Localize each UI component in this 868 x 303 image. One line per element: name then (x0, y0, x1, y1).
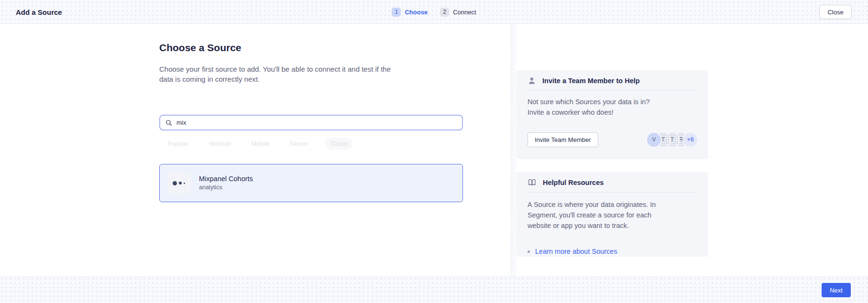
main-content: Choose a Source Choose your first source… (0, 24, 868, 276)
resource-link-list: Learn more about Sources (527, 248, 617, 255)
step-choose[interactable]: 1 Choose (392, 8, 428, 17)
top-bar: Add a Source 1 Choose 2 Connect Close (0, 0, 868, 24)
result-text: Mixpanel Cohorts analytics (199, 174, 253, 192)
step-label: Connect (453, 9, 476, 16)
next-button[interactable]: Next (822, 283, 851, 297)
mixpanel-logo (167, 172, 190, 195)
helpful-resources-card: Helpful Resources A Source is where your… (516, 172, 708, 257)
close-button[interactable]: Close (819, 5, 852, 19)
person-icon (527, 76, 536, 85)
search-icon (165, 119, 173, 127)
resources-card-title: Helpful Resources (543, 179, 604, 186)
tab-website[interactable]: Website (209, 140, 231, 147)
bullet-icon (527, 250, 530, 253)
resource-link-item: Learn more about Sources (527, 248, 617, 255)
invite-team-member-card: Invite a Team Member to Help Not sure wh… (516, 70, 708, 159)
invite-team-member-button[interactable]: Invite Team Member (527, 132, 598, 147)
tab-cloud[interactable]: Cloud (325, 138, 353, 150)
learn-more-sources-link[interactable]: Learn more about Sources (535, 248, 617, 255)
mixpanel-dot-large (173, 181, 177, 185)
tab-popular[interactable]: Popular (167, 140, 189, 147)
mixpanel-dot-medium (179, 182, 182, 184)
content-gutter (510, 24, 516, 276)
add-source-page: Add a Source 1 Choose 2 Connect Close Ch… (0, 0, 868, 303)
category-tabs: Popular Website Mobile Server Cloud (167, 138, 353, 150)
tab-mobile[interactable]: Mobile (252, 140, 270, 147)
stepper: 1 Choose 2 Connect (0, 0, 868, 24)
search-input[interactable] (176, 119, 457, 126)
invite-card-header: Invite a Team Member to Help (516, 70, 708, 90)
footer-bar: Next (0, 276, 868, 303)
invite-row: Invite Team Member V T T R +6 (527, 132, 697, 147)
avatar: V (647, 133, 661, 147)
result-name: Mixpanel Cohorts (199, 174, 253, 184)
source-result-mixpanel-cohorts[interactable]: Mixpanel Cohorts analytics (159, 164, 463, 202)
step-connect[interactable]: 2 Connect (440, 8, 476, 17)
resources-card-header: Helpful Resources (516, 172, 708, 192)
result-category: analytics (199, 184, 253, 192)
tab-server[interactable]: Server (290, 140, 308, 147)
step-number-badge: 2 (440, 8, 449, 17)
step-label: Choose (405, 9, 428, 16)
mixpanel-dot-small (184, 183, 185, 184)
page-heading: Choose a Source (159, 41, 242, 54)
invite-card-body: Not sure which Sources your data is in? … (516, 91, 674, 118)
book-icon (527, 178, 537, 187)
resources-card-body: A Source is where your data originates. … (516, 193, 681, 231)
page-description: Choose your first source to add. You'll … (159, 64, 404, 84)
team-avatar-stack: V T T R +6 (647, 133, 697, 147)
avatar-overflow-count: +6 (683, 133, 697, 147)
invite-card-title: Invite a Team Member to Help (542, 77, 640, 85)
step-number-badge: 1 (392, 8, 401, 17)
source-search-box (159, 115, 463, 130)
